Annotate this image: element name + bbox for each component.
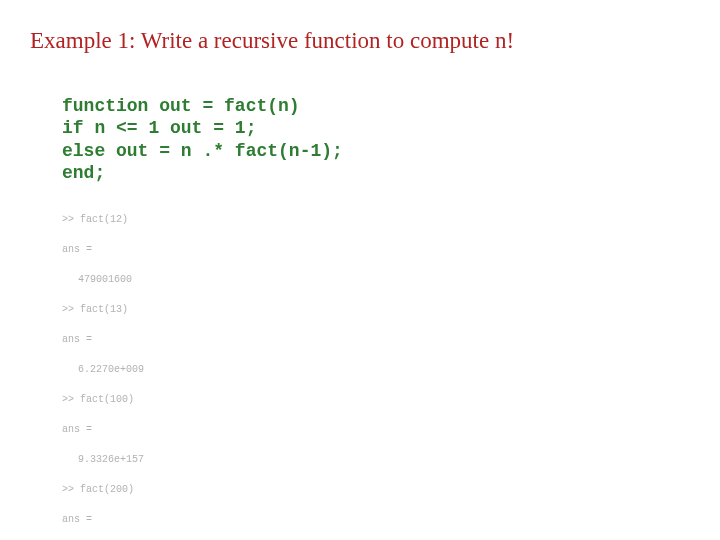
code-line-1: function out = fact(n) [62,96,300,116]
console-prompt: >> fact(12) [62,214,690,225]
code-line-2: if n <= 1 out = 1; [62,118,256,138]
code-line-3: else out = n .* fact(n-1); [62,141,343,161]
slide-title: Example 1: Write a recursive function to… [30,28,690,54]
console-prompt: >> fact(200) [62,484,690,495]
code-block: function out = fact(n) if n <= 1 out = 1… [62,72,690,185]
console-prompt: >> fact(13) [62,304,690,315]
console-ans-label: ans = [62,424,690,435]
code-line-4: end; [62,163,105,183]
console-output: >> fact(12) ans = 479001600 >> fact(13) … [62,203,690,541]
console-ans-value: 6.2270e+009 [78,364,690,375]
slide-container: Example 1: Write a recursive function to… [0,0,720,540]
console-ans-label: ans = [62,334,690,345]
console-ans-value: 479001600 [78,274,690,285]
console-prompt: >> fact(100) [62,394,690,405]
console-ans-label: ans = [62,514,690,525]
console-ans-value: 9.3326e+157 [78,454,690,465]
console-ans-label: ans = [62,244,690,255]
